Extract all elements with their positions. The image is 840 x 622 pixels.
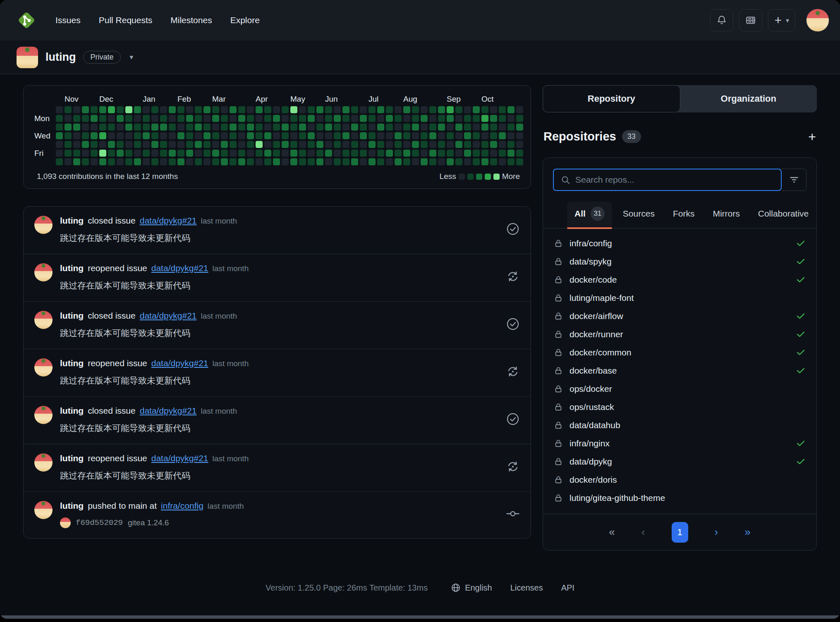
feed-target-link[interactable]: data/dpykg#21 <box>140 311 197 321</box>
heatmap-cell[interactable] <box>403 158 410 165</box>
heatmap-cell[interactable] <box>429 124 436 131</box>
heatmap-cell[interactable] <box>117 132 124 139</box>
heatmap-cell[interactable] <box>290 115 297 122</box>
heatmap-cell[interactable] <box>464 115 471 122</box>
heatmap-cell[interactable] <box>507 106 515 113</box>
heatmap-cell[interactable] <box>369 158 376 165</box>
heatmap-cell[interactable] <box>516 124 523 131</box>
heatmap-cell[interactable] <box>481 115 488 122</box>
create-new-button[interactable]: + ▾ <box>768 9 795 31</box>
admin-panel-button[interactable] <box>739 9 762 31</box>
heatmap-cell[interactable] <box>421 124 428 131</box>
heatmap-cell[interactable] <box>99 150 106 157</box>
heatmap-cell[interactable] <box>308 115 315 122</box>
heatmap-cell[interactable] <box>299 106 306 113</box>
feed-actor-avatar[interactable] <box>34 453 53 472</box>
nav-link-pull-requests[interactable]: Pull Requests <box>92 11 159 29</box>
add-repository-button[interactable]: + <box>808 130 816 143</box>
repo-row[interactable]: luting/gitea-github-theme <box>547 489 812 507</box>
heatmap-cell[interactable] <box>386 106 393 113</box>
repo-row[interactable]: data/spykg <box>547 253 812 271</box>
heatmap-cell[interactable] <box>429 106 436 113</box>
heatmap-cell[interactable] <box>507 141 515 148</box>
heatmap-cell[interactable] <box>325 132 332 139</box>
heatmap-cell[interactable] <box>342 150 349 157</box>
heatmap-cell[interactable] <box>212 106 219 113</box>
heatmap-cell[interactable] <box>169 158 176 165</box>
heatmap-cell[interactable] <box>238 150 245 157</box>
heatmap-cell[interactable] <box>256 115 263 122</box>
heatmap-cell[interactable] <box>117 115 124 122</box>
heatmap-cell[interactable] <box>403 115 410 122</box>
heatmap-cell[interactable] <box>151 158 158 165</box>
heatmap-cell[interactable] <box>169 141 176 148</box>
heatmap-cell[interactable] <box>395 132 402 139</box>
heatmap-cell[interactable] <box>412 124 419 131</box>
feed-target-link[interactable]: data/dpykg#21 <box>151 263 208 273</box>
heatmap-cell[interactable] <box>386 150 393 157</box>
heatmap-cell[interactable] <box>91 124 98 131</box>
heatmap-cell[interactable] <box>412 141 419 148</box>
heatmap-cell[interactable] <box>160 115 167 122</box>
heatmap-cell[interactable] <box>264 115 271 122</box>
heatmap-cell[interactable] <box>203 115 211 122</box>
heatmap-cell[interactable] <box>412 132 419 139</box>
filter-tab-collaborative[interactable]: Collaborative <box>751 204 816 226</box>
repo-row[interactable]: docker/runner <box>547 325 812 343</box>
heatmap-cell[interactable] <box>438 115 445 122</box>
heatmap-cell[interactable] <box>490 106 497 113</box>
heatmap-cell[interactable] <box>169 124 176 131</box>
heatmap-cell[interactable] <box>351 150 358 157</box>
heatmap-cell[interactable] <box>221 124 228 131</box>
heatmap-cell[interactable] <box>438 106 445 113</box>
heatmap-cell[interactable] <box>334 106 341 113</box>
heatmap-cell[interactable] <box>247 115 254 122</box>
heatmap-cell[interactable] <box>481 124 488 131</box>
heatmap-cell[interactable] <box>247 141 254 148</box>
heatmap-cell[interactable] <box>256 132 263 139</box>
heatmap-cell[interactable] <box>143 132 150 139</box>
heatmap-cell[interactable] <box>325 106 332 113</box>
heatmap-cell[interactable] <box>125 115 132 122</box>
heatmap-cell[interactable] <box>334 141 341 148</box>
repo-name[interactable]: docker/common <box>570 348 789 357</box>
heatmap-cell[interactable] <box>143 141 150 148</box>
heatmap-cell[interactable] <box>125 141 132 148</box>
heatmap-cell[interactable] <box>342 141 349 148</box>
heatmap-cell[interactable] <box>56 115 63 122</box>
nav-link-issues[interactable]: Issues <box>49 11 87 29</box>
heatmap-cell[interactable] <box>143 124 150 131</box>
heatmap-cell[interactable] <box>308 124 315 131</box>
heatmap-cell[interactable] <box>308 158 315 165</box>
feed-actor-avatar[interactable] <box>34 358 53 377</box>
heatmap-cell[interactable] <box>395 115 402 122</box>
heatmap-cell[interactable] <box>499 106 506 113</box>
heatmap-cell[interactable] <box>264 158 271 165</box>
heatmap-cell[interactable] <box>473 132 480 139</box>
heatmap-cell[interactable] <box>455 106 462 113</box>
heatmap-cell[interactable] <box>282 158 289 165</box>
heatmap-cell[interactable] <box>403 132 410 139</box>
heatmap-cell[interactable] <box>221 132 228 139</box>
heatmap-cell[interactable] <box>256 106 263 113</box>
heatmap-cell[interactable] <box>316 150 323 157</box>
heatmap-cell[interactable] <box>238 124 245 131</box>
heatmap-cell[interactable] <box>516 115 523 122</box>
heatmap-cell[interactable] <box>395 150 402 157</box>
heatmap-cell[interactable] <box>438 158 445 165</box>
heatmap-cell[interactable] <box>516 141 523 148</box>
heatmap-cell[interactable] <box>481 106 488 113</box>
heatmap-cell[interactable] <box>473 115 480 122</box>
heatmap-cell[interactable] <box>186 158 193 165</box>
feed-actor-avatar[interactable] <box>34 311 53 329</box>
repo-row[interactable]: infra/config <box>547 234 812 253</box>
repo-name[interactable]: docker/base <box>570 366 789 376</box>
heatmap-cell[interactable] <box>282 141 289 148</box>
repo-name[interactable]: ops/rustack <box>570 402 806 412</box>
heatmap-cell[interactable] <box>403 124 410 131</box>
heatmap-cell[interactable] <box>360 106 367 113</box>
repo-row[interactable]: docker/doris <box>547 471 812 489</box>
heatmap-cell[interactable] <box>264 124 271 131</box>
repo-name[interactable]: data/dpykg <box>570 457 789 467</box>
heatmap-cell[interactable] <box>299 132 306 139</box>
